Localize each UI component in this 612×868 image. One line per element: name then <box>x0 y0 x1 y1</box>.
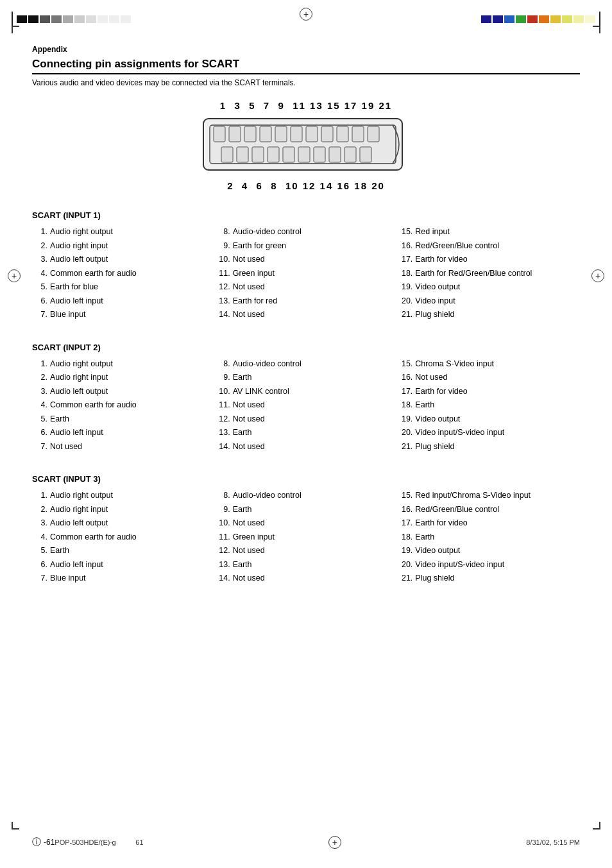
pin-col-input2-2: 15.Chroma S-Video input16.Not used17.Ear… <box>397 359 580 455</box>
pin-item: 19.Video output <box>397 545 580 557</box>
pin-number: 14. <box>215 309 230 321</box>
pin-item: 16.Red/Green/Blue control <box>397 504 580 516</box>
pin-number: 2. <box>32 504 47 516</box>
pin-label: Earth for video <box>415 518 580 529</box>
pin-label: Audio left input <box>50 296 215 307</box>
pin-number: 18. <box>397 268 412 280</box>
pin-item: 15.Red input/Chroma S-Video input <box>397 490 580 502</box>
pin-number: 16. <box>397 504 412 516</box>
footer-date: 8/31/02, 5:15 PM <box>526 838 580 846</box>
svg-rect-11 <box>352 126 364 142</box>
pin-label: Audio-video control <box>233 226 398 238</box>
pin-item: 17.Earth for video <box>397 254 580 266</box>
pin-item: 11.Green input <box>215 532 398 543</box>
pin-label: Not used <box>233 441 398 453</box>
pin-item: 17.Earth for video <box>397 518 580 529</box>
pin-col-input1-0: 1.Audio right output2.Audio right input3… <box>32 226 215 323</box>
pin-number: 5. <box>32 414 47 425</box>
pin-item: 13.Earth <box>215 427 398 439</box>
pin-label: Common earth for audio <box>50 400 215 411</box>
pin-item: 1.Audio right output <box>32 359 215 370</box>
pin-item: 20.Video input/S-video input <box>397 559 580 571</box>
pin-label: Red input <box>415 226 580 238</box>
pin-label: Audio left input <box>50 427 215 439</box>
crosshair-top-center <box>300 8 312 21</box>
pin-item: 5.Earth for blue <box>32 282 215 293</box>
pin-col-input2-0: 1.Audio right output2.Audio right input3… <box>32 359 215 455</box>
pin-item: 1.Audio right output <box>32 226 215 238</box>
pin-number: 2. <box>32 241 47 252</box>
pin-number: 6. <box>32 296 47 307</box>
pin-label: Earth for video <box>415 386 580 398</box>
pin-label: Red/Green/Blue control <box>415 504 580 516</box>
pin-label: Audio right input <box>50 241 215 252</box>
pin-label: Plug shield <box>415 441 580 453</box>
pin-number: 17. <box>397 254 412 266</box>
pin-item: 11.Not used <box>215 400 398 411</box>
pin-label: Green input <box>233 532 398 543</box>
pin-label: Not used <box>233 573 398 584</box>
pin-label: Earth for Red/Green/Blue control <box>415 268 580 280</box>
pin-item: 3.Audio left output <box>32 386 215 398</box>
pin-columns-input1: 1.Audio right output2.Audio right input3… <box>32 226 580 323</box>
pin-label: Earth <box>233 372 398 384</box>
pin-item: 16.Not used <box>397 372 580 384</box>
pin-number: 14. <box>215 573 230 584</box>
crosshair-bottom-center <box>328 836 341 849</box>
pin-label: Plug shield <box>415 573 580 584</box>
pin-label: Not used <box>50 441 215 453</box>
pin-col-input3-1: 8.Audio-video control9.Earth10.Not used1… <box>215 490 398 587</box>
page-number: ⓘ -61 <box>32 837 55 848</box>
pin-number: 1. <box>32 226 47 238</box>
pin-label: Video input <box>415 296 580 307</box>
pin-item: 10.Not used <box>215 518 398 529</box>
pin-item: 10.Not used <box>215 254 398 266</box>
scart-section-input1: SCART (INPUT 1)1.Audio right output2.Aud… <box>32 210 580 323</box>
corner-mark-tr <box>593 26 600 33</box>
section-subtitle: Various audio and video devices may be c… <box>32 78 580 87</box>
pin-item: 13.Earth for red <box>215 296 398 307</box>
pin-number: 3. <box>32 518 47 529</box>
pin-label: Video output <box>415 282 580 293</box>
scart-section-title-input3: SCART (INPUT 3) <box>32 474 580 484</box>
pin-label: Not used <box>233 282 398 293</box>
pin-number: 5. <box>32 282 47 293</box>
pin-item: 12.Not used <box>215 545 398 557</box>
pin-item: 8.Audio-video control <box>215 359 398 370</box>
pin-label: Audio right output <box>50 490 215 502</box>
pin-item: 9.Earth for green <box>215 241 398 252</box>
pin-item: 6.Audio left input <box>32 559 215 571</box>
pin-item: 11.Green input <box>215 268 398 280</box>
pin-number: 15. <box>397 490 412 502</box>
pin-number: 13. <box>215 427 230 439</box>
svg-rect-9 <box>321 126 333 142</box>
pin-number: 16. <box>397 241 412 252</box>
pin-item: 6.Audio left input <box>32 296 215 307</box>
svg-rect-6 <box>275 126 287 142</box>
pin-item: 21.Plug shield <box>397 573 580 584</box>
pin-number: 8. <box>215 226 230 238</box>
pin-label: Video input/S-video input <box>415 559 580 571</box>
corner-mark-br <box>593 822 600 830</box>
pin-number: 9. <box>215 241 230 252</box>
pin-label: Video output <box>415 545 580 557</box>
pin-item: 18.Earth <box>397 400 580 411</box>
pin-col-input3-2: 15.Red input/Chroma S-Video input16.Red/… <box>397 490 580 587</box>
scart-section-title-input1: SCART (INPUT 1) <box>32 210 580 220</box>
pin-item: 13.Earth <box>215 559 398 571</box>
pin-item: 5.Earth <box>32 545 215 557</box>
pin-number: 10. <box>215 254 230 266</box>
pin-item: 10.AV LINK control <box>215 386 398 398</box>
page-number-text: -61 <box>44 838 55 847</box>
svg-rect-22 <box>360 147 371 162</box>
pin-number: 12. <box>215 282 230 293</box>
pin-item: 14.Not used <box>215 573 398 584</box>
pin-number: 10. <box>215 386 230 398</box>
svg-rect-3 <box>229 126 241 142</box>
pin-label: Chroma S-Video input <box>415 359 580 370</box>
pin-number: 17. <box>397 386 412 398</box>
svg-rect-19 <box>314 147 325 162</box>
pin-number: 20. <box>397 296 412 307</box>
pin-label: Audio left output <box>50 386 215 398</box>
pin-item: 9.Earth <box>215 372 398 384</box>
